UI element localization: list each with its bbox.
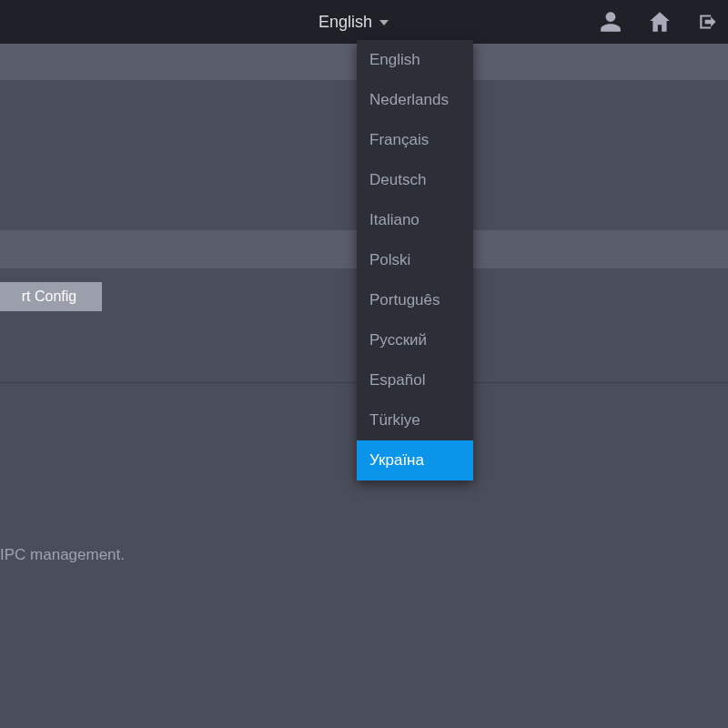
language-option-ukraine[interactable]: Україна xyxy=(357,440,473,480)
language-option-espanol[interactable]: Español xyxy=(357,360,473,400)
config-button-label: rt Config xyxy=(22,288,76,305)
top-icons xyxy=(599,0,721,44)
language-option-polski[interactable]: Polski xyxy=(357,240,473,280)
language-selector[interactable]: English xyxy=(318,0,389,44)
language-option-nederlands[interactable]: Nederlands xyxy=(357,80,473,120)
language-option-russian[interactable]: Русский xyxy=(357,320,473,360)
language-option-deutsch[interactable]: Deutsch xyxy=(357,160,473,200)
language-option-francais[interactable]: Français xyxy=(357,120,473,160)
top-bar: English xyxy=(0,0,728,44)
home-icon[interactable] xyxy=(648,10,672,34)
language-option-english[interactable]: English xyxy=(357,40,473,80)
user-icon[interactable] xyxy=(599,10,622,34)
config-button[interactable]: rt Config xyxy=(0,282,102,311)
language-option-turkiye[interactable]: Türkiye xyxy=(357,400,473,440)
language-dropdown: English Nederlands Français Deutsch Ital… xyxy=(357,40,473,480)
language-option-portugues[interactable]: Português xyxy=(357,280,473,320)
language-current-label: English xyxy=(318,13,372,32)
chevron-down-icon xyxy=(379,20,389,25)
hint-text: IPC management. xyxy=(0,546,125,564)
language-option-italiano[interactable]: Italiano xyxy=(357,200,473,240)
logout-icon[interactable] xyxy=(697,10,721,34)
